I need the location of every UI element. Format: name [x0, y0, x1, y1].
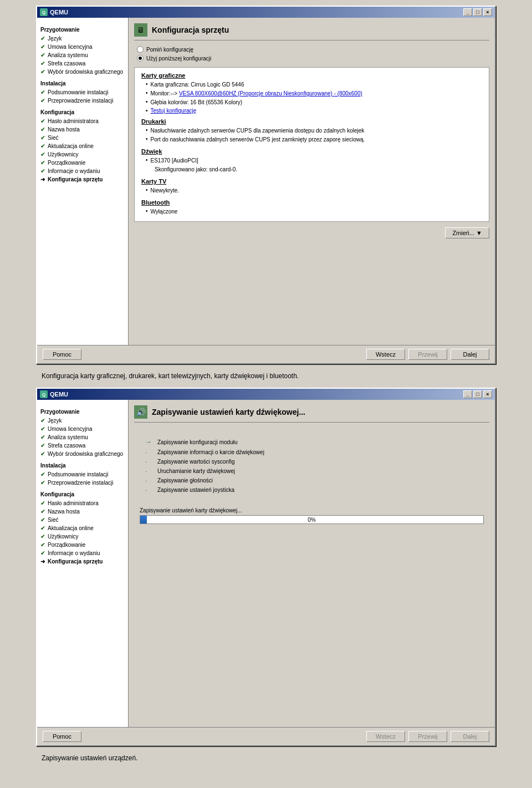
sidebar-item-aktualizacja: ✔ Aktualizacja online	[40, 142, 125, 150]
text-bluetooth: Wyłączone	[151, 208, 178, 216]
sidebar2-item-informacje: ✔ Informacje o wydaniu	[40, 549, 125, 557]
link-monitor[interactable]: VESA 800X600@60HZ (Proporcje obrazu Nies…	[179, 90, 362, 96]
main-content-2: 🔊 Zapisywanie ustawień karty dźwiękowej.…	[129, 400, 495, 727]
text-tv: Niewykryte.	[151, 187, 180, 195]
help-label-2: Pomoc	[53, 733, 71, 740]
close-button-1[interactable]: ×	[483, 8, 492, 16]
section-karty-tv: Karty TV	[141, 178, 482, 185]
step-text-1: Zapisywanie konfiguracji modułu	[157, 439, 238, 445]
help-button-2[interactable]: Pomoc	[43, 731, 81, 742]
sidebar-label-konfiguracja-sprzetu: Konfiguracja sprzętu	[48, 176, 103, 183]
section-karty-graficzne: Karty graficzne	[141, 72, 482, 79]
bottom-toolbar-1: Pomoc Wstecz Przewij Dalej	[37, 345, 495, 363]
text-snd-card: Skonfigurowano jako: snd-card-0.	[155, 166, 237, 172]
help-button-1[interactable]: Pomoc	[43, 349, 81, 360]
panel-title-1: Konfiguracja sprzętu	[152, 26, 229, 34]
sidebar2-item-konfiguracja-sprzetu[interactable]: ➜ Konfiguracja sprzętu	[40, 557, 125, 566]
sidebar2-item-nazwa: ✔ Nazwa hosta	[40, 507, 125, 516]
maximize-button-1[interactable]: □	[473, 8, 482, 16]
previy-label-1: Przewij	[418, 351, 437, 358]
check-siec: ✔	[40, 134, 46, 141]
sidebar-item-strefa: ✔ Strefa czasowa	[40, 59, 125, 68]
sidebar2-section-instalacja: Instalacja	[40, 462, 125, 469]
step-dash-6: -	[145, 487, 153, 493]
title-bar-buttons-2: _ □ ×	[463, 390, 492, 398]
bullet-tv: Niewykryte.	[141, 187, 482, 195]
previy-button-2[interactable]: Przewij	[408, 731, 447, 742]
title-bar-2: Q QEMU _ □ ×	[37, 389, 495, 400]
app-icon-2: Q	[40, 390, 48, 398]
back-button-2[interactable]: Wstecz	[366, 731, 405, 742]
back-label-1: Wstecz	[376, 351, 396, 358]
text-globia: Głębia kolorów: 16 Bit (65536 Kolory)	[151, 99, 243, 106]
back-button-1[interactable]: Wstecz	[366, 349, 405, 360]
window-body-2: Przygotowanie ✔ Język ✔ Umowa licencyjna…	[37, 400, 495, 727]
step-3: - Zapisywanie wartości sysconfig	[145, 457, 478, 466]
check-porzadkowanie: ✔	[40, 159, 46, 166]
window2: Q QEMU _ □ × Przygotowanie ✔ Język ✔ Umo…	[36, 388, 496, 746]
step-dash-2: -	[145, 449, 153, 455]
check-jezyk: ✔	[40, 35, 46, 42]
bullet-es1370: ES1370 [AudioPCI]	[141, 157, 482, 165]
sidebar-item-uzytkownicy: ✔ Użytkownicy	[40, 150, 125, 159]
window-body-1: Przygotowanie ✔ Język ✔ Umowa licencyjna…	[37, 18, 495, 345]
link-testuj[interactable]: Testuj konfigurację	[151, 108, 197, 114]
close-button-2[interactable]: ×	[483, 390, 492, 398]
progress-bar-container: 0%	[140, 515, 484, 524]
sidebar2-item-podsumowanie: ✔ Podsumowanie instalacji	[40, 470, 125, 479]
sidebar-label-jezyk: Język	[48, 35, 62, 42]
sidebar-label-informacje: Informacje o wydaniu	[48, 167, 100, 175]
radio-pomin[interactable]: Pomiń konfigurację	[137, 46, 489, 53]
panel-icon-1: 🖥	[134, 23, 147, 37]
sidebar-label-uzytkownicy: Użytkownicy	[48, 151, 79, 158]
check-uzytkownicy: ✔	[40, 151, 46, 158]
check-haslo: ✔	[40, 118, 46, 125]
forward-button-2[interactable]: Dalej	[451, 731, 489, 742]
zmien-button[interactable]: Zmień... ▼	[445, 227, 489, 238]
window-title-2: QEMU	[50, 391, 68, 398]
sidebar2-section-przygotowanie: Przygotowanie	[40, 409, 125, 415]
minimize-button-1[interactable]: _	[463, 8, 472, 16]
sidebar-item-umowa: ✔ Umowa licencyjna	[40, 43, 125, 51]
step-dash-3: -	[145, 459, 153, 465]
sidebar-item-porzadkowanie: ✔ Porządkowanie	[40, 159, 125, 167]
check-przeprowadzenie: ✔	[40, 97, 46, 104]
minimize-button-2[interactable]: _	[463, 390, 472, 398]
sidebar-1: Przygotowanie ✔ Język ✔ Umowa licencyjna…	[37, 18, 129, 345]
sidebar2-item-umowa: ✔ Umowa licencyjna	[40, 425, 125, 433]
check-podsumowanie: ✔	[40, 89, 46, 96]
check-analiza: ✔	[40, 52, 46, 59]
radio-circle-uzyt[interactable]	[137, 55, 144, 62]
steps-list: → Zapisywanie konfiguracji modułu - Zapi…	[134, 428, 489, 503]
sidebar-item-konfiguracja-sprzetu[interactable]: ➜ Konfiguracja sprzętu	[40, 175, 125, 184]
step-text-3: Zapisywanie wartości sysconfig	[157, 459, 235, 465]
radio-uzyt[interactable]: Użyj poniższej konfiguracji	[137, 55, 489, 62]
previy-button-1[interactable]: Przewij	[408, 349, 447, 360]
step-2: - Zapisywanie informacji o karcie dźwięk…	[145, 448, 478, 457]
radio-circle-pomin[interactable]	[137, 46, 144, 53]
maximize-button-2[interactable]: □	[473, 390, 482, 398]
sidebar2-item-haslo: ✔ Hasło administratora	[40, 499, 125, 507]
arrow-konfiguracja: ➜	[40, 176, 46, 183]
panel-icon-2: 🔊	[134, 405, 147, 419]
step-4: - Uruchamianie karty dźwiękowej	[145, 466, 478, 476]
step-arrow-1: →	[145, 438, 153, 446]
sidebar-label-przeprowadzenie: Przeprowadzenie instalacji	[48, 97, 113, 104]
step-dash-4: -	[145, 468, 153, 474]
sidebar-section-konfiguracja: Konfiguracja	[40, 109, 125, 115]
bullet-cups2: Port do nasłuchiwania zdalnych serwerów …	[141, 136, 482, 144]
bullet-testuj[interactable]: Testuj konfigurację	[141, 108, 482, 114]
forward-button-1[interactable]: Dalej	[451, 349, 489, 360]
check-informacje: ✔	[40, 167, 46, 175]
sidebar2-item-strefa: ✔ Strefa czasowa	[40, 441, 125, 450]
radio-group-1: Pomiń konfigurację Użyj poniższej konfig…	[134, 46, 489, 62]
panel-header-1: 🖥 Konfiguracja sprzętu	[134, 23, 489, 40]
sidebar-label-wybor: Wybór środowiska graficznego	[48, 68, 123, 75]
content-box-1: Karty graficzne Karta graficzna: Cirrus …	[134, 67, 489, 222]
text-cups2: Port do nasłuchiwania zdalnych serwerów …	[151, 136, 365, 144]
step-1: → Zapisywanie konfiguracji modułu	[145, 436, 478, 448]
text-cups1: Nasłuchiwanie zdalnych serwerów CUPS dla…	[151, 127, 365, 135]
check-umowa: ✔	[40, 43, 46, 50]
sidebar-label-porzadkowanie: Porządkowanie	[48, 159, 85, 166]
sidebar-item-przeprowadzenie: ✔ Przeprowadzenie instalacji	[40, 96, 125, 105]
